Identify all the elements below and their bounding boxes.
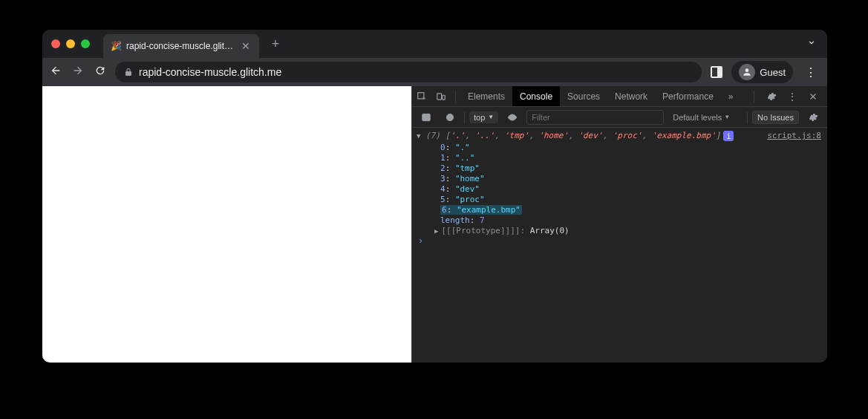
array-item[interactable]: 4: "dev" [440, 184, 827, 195]
window-controls [51, 39, 90, 48]
prototype-row[interactable]: ▶[[[Prototype]]]]: Array(0) [412, 226, 827, 236]
array-item[interactable]: 1: ".." [440, 153, 827, 163]
tab-elements[interactable]: Elements [460, 86, 512, 106]
browser-tab[interactable]: 🎉 rapid-concise-muscle.glitch.m ✕ [103, 34, 259, 58]
tab-console[interactable]: Console [512, 86, 560, 106]
console-sidebar-toggle-icon[interactable] [417, 107, 436, 127]
svg-rect-0 [418, 92, 424, 98]
reload-button[interactable] [94, 65, 106, 79]
live-expression-icon[interactable] [503, 107, 522, 127]
browser-toolbar: rapid-concise-muscle.glitch.me Guest ⋮ [42, 58, 827, 86]
tab-performance[interactable]: Performance [655, 86, 721, 106]
minimize-window-button[interactable] [66, 39, 75, 48]
array-item[interactable]: 5: "proc" [440, 195, 827, 205]
issues-button[interactable]: No Issues [752, 111, 799, 124]
close-window-button[interactable] [51, 39, 60, 48]
maximize-window-button[interactable] [81, 39, 90, 48]
console-prompt[interactable]: › [412, 236, 827, 246]
url-text: rapid-concise-muscle.glitch.me [139, 66, 281, 78]
device-toolbar-icon[interactable] [431, 86, 451, 106]
console-filter-input[interactable] [526, 110, 664, 125]
log-levels-selector[interactable]: Default levels ▼ [673, 113, 730, 122]
source-link[interactable]: script.js:8 [760, 131, 821, 141]
tab-sources[interactable]: Sources [560, 86, 607, 106]
svg-rect-2 [443, 95, 446, 100]
tabs-dropdown-icon[interactable] [806, 37, 817, 51]
execution-context-selector[interactable]: top ▼ [469, 111, 498, 123]
array-item[interactable]: 0: "." [440, 143, 827, 153]
address-bar[interactable]: rapid-concise-muscle.glitch.me [115, 62, 702, 82]
tab-network[interactable]: Network [607, 86, 655, 106]
avatar-icon [739, 64, 755, 80]
devtools-panel: Elements Console Sources Network Perform… [411, 86, 827, 363]
close-tab-icon[interactable]: ✕ [240, 40, 252, 52]
profile-label: Guest [760, 67, 786, 78]
nav-buttons [50, 65, 106, 79]
console-settings-icon[interactable] [803, 107, 823, 127]
devtools-settings-icon[interactable] [762, 91, 781, 102]
devtools-close-icon[interactable] [803, 91, 823, 102]
array-item[interactable]: 6: "example.bmp" [440, 205, 827, 215]
clear-console-icon[interactable] [440, 107, 460, 127]
expand-toggle-icon[interactable]: ▼ [417, 132, 420, 140]
array-item[interactable]: 3: "home" [440, 174, 827, 184]
page-content [42, 86, 411, 363]
expanded-array: 0: "."1: ".."2: "tmp"3: "home"4: "dev"5:… [412, 143, 827, 226]
console-toolbar: top ▼ Default levels ▼ No Issues [412, 107, 827, 128]
console-output: ▼ (7) ['.', '..', 'tmp', 'home', 'dev', … [412, 128, 827, 363]
browser-window: 🎉 rapid-concise-muscle.glitch.m ✕ + rapi… [42, 30, 827, 363]
tab-title: rapid-concise-muscle.glitch.m [126, 41, 235, 51]
array-item[interactable]: 2: "tmp" [440, 163, 827, 174]
forward-button[interactable] [72, 65, 84, 79]
side-panel-icon[interactable] [711, 66, 722, 78]
new-tab-button[interactable]: + [265, 33, 286, 54]
back-button[interactable] [50, 65, 62, 79]
array-preview: (7) ['.', '..', 'tmp', 'home', 'dev', 'p… [425, 131, 720, 141]
more-tabs-icon[interactable]: » [721, 86, 741, 106]
info-badge-icon[interactable]: i [723, 131, 734, 141]
svg-rect-3 [422, 114, 431, 120]
tab-favicon: 🎉 [111, 41, 122, 51]
browser-menu-icon[interactable]: ⋮ [802, 65, 820, 79]
console-log-entry[interactable]: ▼ (7) ['.', '..', 'tmp', 'home', 'dev', … [412, 131, 827, 143]
svg-rect-1 [437, 93, 442, 99]
devtools-menu-icon[interactable]: ⋮ [784, 91, 800, 103]
lock-icon [124, 68, 133, 77]
array-length: length: 7 [440, 215, 827, 226]
profile-button[interactable]: Guest [731, 61, 793, 83]
devtools-tab-bar: Elements Console Sources Network Perform… [412, 86, 827, 107]
tab-strip: 🎉 rapid-concise-muscle.glitch.m ✕ + [42, 30, 827, 58]
svg-point-7 [511, 116, 514, 119]
inspect-element-icon[interactable] [412, 86, 431, 106]
